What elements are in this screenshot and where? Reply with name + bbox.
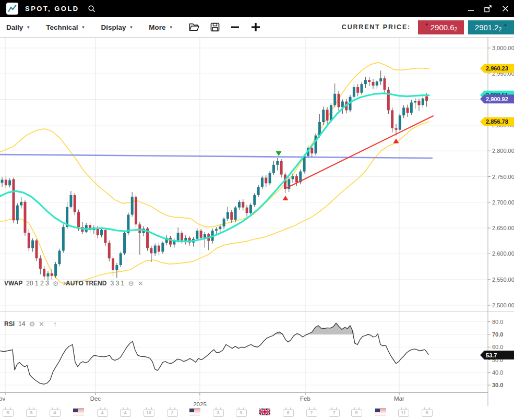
zoom-out-button[interactable]: [231, 23, 240, 31]
chevron-down-icon: ▼: [26, 25, 30, 30]
svg-text:40.0: 40.0: [492, 369, 503, 376]
svg-text:70.0: 70.0: [492, 331, 503, 338]
title-bar: SPOT, GOLD: [0, 0, 514, 17]
event-uk-flag-icon[interactable]: [259, 406, 270, 417]
svg-text:Nov: Nov: [0, 395, 5, 402]
svg-text:2,800.00: 2,800.00: [492, 148, 514, 154]
chevron-down-icon: ▼: [81, 25, 85, 30]
rsi-params: 14: [18, 320, 25, 328]
rsi-settings-gear-icon[interactable]: ⚙: [29, 321, 35, 328]
svg-text:Dec: Dec: [90, 395, 101, 402]
event-calendar-icon[interactable]: 7: [306, 409, 317, 417]
svg-text:2,600.00: 2,600.00: [492, 250, 514, 257]
zoom-in-button[interactable]: [250, 22, 261, 32]
event-calendar-icon[interactable]: 5: [422, 409, 433, 417]
svg-text:53.7: 53.7: [486, 352, 497, 358]
rsi-move-up-icon[interactable]: ↑: [53, 320, 57, 328]
rsi-name: RSI: [4, 320, 15, 328]
close-button[interactable]: [502, 5, 509, 12]
price-up-arrow-icon: ▲: [503, 22, 507, 27]
menu-more[interactable]: More▼: [149, 23, 173, 31]
open-chart-button[interactable]: [189, 22, 199, 32]
auto-trend-settings-gear-icon[interactable]: ⚙: [128, 280, 134, 287]
app-logo-icon: [6, 3, 18, 15]
ask-price-value: 2901.2: [475, 23, 499, 32]
svg-text:3,000.00: 3,000.00: [492, 45, 514, 51]
event-calendar-icon[interactable]: 9: [236, 409, 247, 417]
auto-trend-params: 3 3 1: [110, 280, 124, 287]
svg-text:2,500.00: 2,500.00: [492, 302, 514, 308]
svg-text:2,700.00: 2,700.00: [492, 199, 514, 206]
bid-price-badge: ▼ 2900.62: [418, 20, 464, 34]
save-chart-button[interactable]: [210, 22, 220, 32]
toolbar: Daily▼ Technical▼ Display▼ More▼ CURRENT…: [0, 17, 514, 38]
svg-text:30.0: 30.0: [492, 382, 503, 388]
event-calendar-icon[interactable]: 5: [351, 409, 362, 417]
event-calendar-icon[interactable]: 4: [97, 409, 108, 417]
menu-display[interactable]: Display▼: [101, 23, 133, 31]
economic-event-strip: 58444102396775115: [0, 406, 514, 420]
svg-text:Mar: Mar: [394, 395, 404, 402]
auto-trend-name: AUTO TREND: [66, 280, 106, 287]
event-calendar-icon[interactable]: 11: [398, 409, 409, 417]
chevron-down-icon: ▼: [129, 25, 133, 30]
event-calendar-icon[interactable]: 6: [283, 409, 294, 417]
vwap-params: 20 1 2 3: [26, 280, 49, 287]
event-calendar-icon[interactable]: 8: [26, 409, 37, 417]
svg-text:2,900.92: 2,900.92: [486, 96, 508, 102]
symbol-title: SPOT, GOLD: [25, 5, 79, 13]
svg-text:2,856.78: 2,856.78: [486, 118, 508, 125]
popout-window-button[interactable]: [484, 5, 493, 13]
bid-price-value: 2900.6: [431, 23, 455, 32]
chevron-down-icon: ▼: [169, 25, 173, 30]
minimize-button[interactable]: [468, 5, 474, 12]
chart-canvas[interactable]: 3,000.002,950.002,900.002,850.002,800.00…: [0, 38, 514, 406]
menu-timeframe[interactable]: Daily▼: [6, 23, 30, 31]
auto-trend-remove-icon[interactable]: ✕: [138, 280, 144, 287]
event-us-flag-icon[interactable]: [73, 406, 84, 417]
event-calendar-icon[interactable]: 4: [50, 409, 61, 417]
svg-text:Feb: Feb: [300, 395, 310, 402]
event-calendar-icon[interactable]: 5: [3, 409, 14, 417]
svg-text:60.0: 60.0: [492, 344, 503, 350]
event-calendar-icon[interactable]: 2: [167, 409, 178, 417]
menu-technical[interactable]: Technical▼: [46, 23, 85, 31]
current-price-label: CURRENT PRICE:: [342, 23, 411, 31]
event-calendar-icon[interactable]: 7: [329, 409, 340, 417]
ask-price-badge: 2901.22 ▲: [468, 20, 514, 34]
svg-text:2,750.00: 2,750.00: [492, 174, 514, 180]
event-us-flag-icon[interactable]: [189, 406, 200, 417]
price-down-arrow-icon: ▼: [425, 22, 429, 27]
event-calendar-icon[interactable]: 3: [213, 409, 224, 417]
search-icon[interactable]: [87, 4, 96, 13]
auto-trend-indicator-legend: AUTO TREND 3 3 1 ⚙ ✕: [66, 280, 144, 287]
vwap-name: VWAP: [4, 280, 22, 287]
svg-text:80.0: 80.0: [492, 319, 503, 325]
svg-text:2025: 2025: [193, 401, 207, 406]
rsi-remove-icon[interactable]: ✕: [39, 321, 44, 328]
svg-text:2,960.23: 2,960.23: [486, 65, 508, 71]
event-calendar-icon[interactable]: 4: [120, 409, 131, 417]
event-us-flag-icon[interactable]: [375, 406, 386, 417]
svg-text:2,650.00: 2,650.00: [492, 225, 514, 231]
event-calendar-icon[interactable]: 10: [144, 409, 154, 417]
vwap-settings-gear-icon[interactable]: ⚙: [53, 280, 59, 287]
svg-text:2,550.00: 2,550.00: [492, 277, 514, 283]
vwap-indicator-legend: VWAP 20 1 2 3 ⚙ ✕: [4, 280, 68, 287]
rsi-indicator-legend: RSI 14 ⚙ ✕ ↑: [4, 320, 57, 328]
